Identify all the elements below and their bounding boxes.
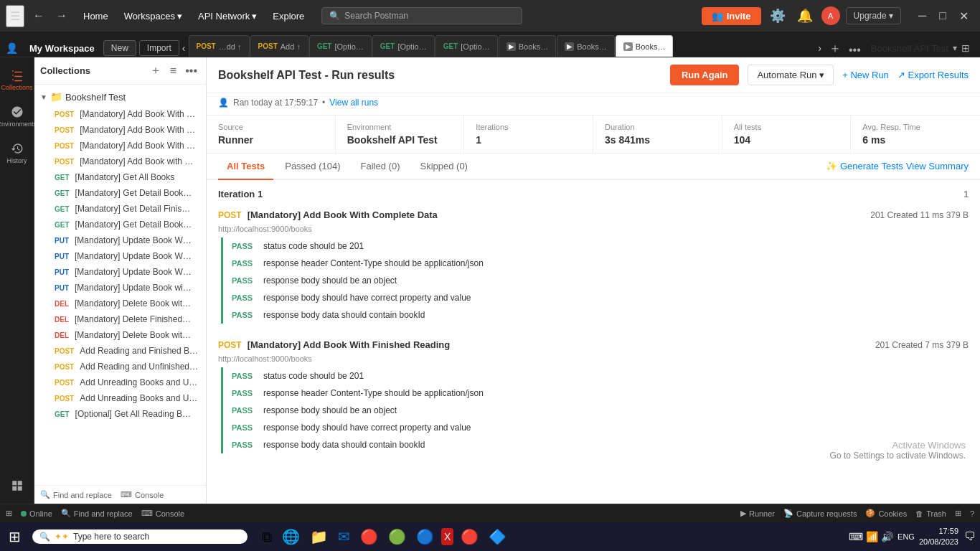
- taskbar-app-edge[interactable]: 🌐: [279, 525, 303, 548]
- export-results-button[interactable]: ↗ Export Results: [897, 70, 969, 80]
- view-summary-button[interactable]: View Summary: [906, 161, 969, 171]
- taskbar-app-app3[interactable]: X: [441, 528, 453, 545]
- automate-run-button[interactable]: Automate Run ▾: [748, 65, 834, 85]
- more-collection-button[interactable]: •••: [182, 63, 200, 79]
- taskbar-search[interactable]: 🔍 ✦✦ Type here to search: [32, 529, 248, 544]
- tab-1[interactable]: POSTAdd ↑: [250, 35, 308, 57]
- generate-tests-button[interactable]: ✨ Generate Tests: [826, 161, 903, 171]
- environments-label: Environments: [0, 121, 37, 128]
- sidebar-item-environments[interactable]: Environments: [1, 100, 33, 133]
- taskbar-app-app2[interactable]: 🔵: [413, 525, 437, 548]
- status-runner[interactable]: ▶ Runner: [740, 509, 775, 518]
- list-item[interactable]: GET[Mandatory] Get Detail Book…: [34, 217, 206, 232]
- notifications-button[interactable]: 🔔: [794, 5, 816, 27]
- list-item[interactable]: PUT[Mandatory] Update Book wi…: [34, 280, 206, 296]
- sidebar-item-collections[interactable]: Collections: [1, 63, 33, 97]
- status-help[interactable]: ?: [970, 509, 974, 518]
- tab-all-tests[interactable]: All Tests: [218, 154, 273, 180]
- list-item[interactable]: GET[Optional] Get All Reading B…: [34, 406, 206, 422]
- sidebar-item-bottom[interactable]: [1, 474, 33, 498]
- avatar-button[interactable]: A: [821, 6, 840, 25]
- list-item[interactable]: PUT[Mandatory] Update Book W…: [34, 232, 206, 248]
- sort-collection-button[interactable]: ≡: [167, 63, 179, 79]
- tab-failed[interactable]: Failed (0): [352, 154, 409, 180]
- test-row: PASSresponse body data should contain bo…: [232, 436, 969, 453]
- nav-forward-button[interactable]: →: [52, 8, 72, 24]
- list-item[interactable]: POSTAdd Reading and Unfinished…: [34, 359, 206, 375]
- tab-skipped[interactable]: Skipped (0): [411, 154, 476, 180]
- close-button[interactable]: ✕: [953, 6, 974, 26]
- workspaces-link[interactable]: Workspaces ▾: [117, 8, 189, 24]
- tab-7-active[interactable]: ▶Books…: [616, 35, 674, 57]
- tab-0[interactable]: POST…dd ↑: [189, 35, 250, 57]
- taskbar-app-vscode[interactable]: 🔷: [486, 525, 509, 548]
- list-item[interactable]: GET[Mandatory] Get Detail Finis…: [34, 201, 206, 217]
- taskbar-app-explorer[interactable]: 📁: [307, 525, 331, 548]
- list-item[interactable]: DEL[Mandatory] Delete Book wit…: [34, 327, 206, 343]
- taskbar-app-app1[interactable]: 🟢: [385, 525, 409, 548]
- list-item[interactable]: DEL[Mandatory] Delete Finished…: [34, 311, 206, 327]
- add-collection-button[interactable]: ＋: [147, 62, 164, 80]
- invite-button[interactable]: 👥 Invite: [702, 7, 761, 25]
- list-item[interactable]: POST[Mandatory] Add Book With …: [34, 122, 206, 138]
- list-item[interactable]: PUT[Mandatory] Update Book W…: [34, 248, 206, 264]
- home-link[interactable]: Home: [76, 8, 116, 24]
- list-item[interactable]: POST[Mandatory] Add Book with …: [34, 154, 206, 169]
- status-console[interactable]: ⌨ Console: [141, 509, 184, 518]
- results-body[interactable]: Iteration 1 1 POST [Mandatory] Add Book …: [207, 180, 980, 504]
- status-cookies[interactable]: 🍪 Cookies: [865, 509, 907, 518]
- list-item[interactable]: POSTAdd Unreading Books and U…: [34, 375, 206, 390]
- active-tab-dropdown-button[interactable]: ▾: [953, 43, 957, 53]
- new-run-button[interactable]: + New Run: [842, 70, 889, 80]
- taskbar-app-app4[interactable]: 🔴: [458, 525, 481, 548]
- list-item[interactable]: DEL[Mandatory] Delete Book wit…: [34, 296, 206, 311]
- minimize-button[interactable]: ─: [913, 6, 932, 26]
- list-item[interactable]: POSTAdd Unreading Books and U…: [34, 390, 206, 406]
- find-replace-item[interactable]: 🔍 Find and replace: [40, 490, 112, 499]
- new-button[interactable]: New: [103, 40, 136, 56]
- explore-link[interactable]: Explore: [265, 8, 311, 24]
- add-tab-button[interactable]: ＋: [824, 39, 846, 57]
- taskbar-app-taskview[interactable]: ⧉: [259, 526, 275, 548]
- tab-scroll-left[interactable]: ‹: [179, 39, 189, 57]
- list-item[interactable]: GET[Mandatory] Get Detail Book…: [34, 185, 206, 201]
- list-item[interactable]: POST[Mandatory] Add Book With …: [34, 106, 206, 122]
- settings-icon-button[interactable]: ⚙️: [767, 5, 788, 27]
- list-item[interactable]: POST[Mandatory] Add Book With …: [34, 138, 206, 154]
- list-item[interactable]: POSTAdd Reading and Finished B…: [34, 343, 206, 359]
- search-bar[interactable]: 🔍 Search Postman: [321, 7, 522, 24]
- status-trash[interactable]: 🗑 Trash: [915, 509, 946, 518]
- status-capture[interactable]: 📡 Capture requests: [783, 509, 857, 518]
- run-again-button[interactable]: Run Again: [670, 65, 740, 85]
- start-button[interactable]: ⊞: [3, 525, 27, 548]
- api-network-link[interactable]: API Network ▾: [191, 8, 264, 24]
- more-tabs-button[interactable]: •••: [846, 44, 864, 57]
- active-tab-grid-button[interactable]: ⊞: [961, 42, 970, 54]
- menu-icon[interactable]: ☰: [6, 5, 24, 27]
- status-layout-icon[interactable]: ⊞: [6, 509, 12, 518]
- tab-5[interactable]: ▶Books…: [499, 35, 557, 57]
- list-item[interactable]: PUT[Mandatory] Update Book W…: [34, 264, 206, 280]
- notification-button[interactable]: 🗨: [963, 529, 977, 545]
- collection-name-row[interactable]: ▼ 📁 Bookshelf Test: [34, 88, 206, 106]
- tab-3[interactable]: GET[Optio…: [372, 35, 435, 57]
- status-layout-right[interactable]: ⊞: [955, 509, 961, 518]
- status-find-replace[interactable]: 🔍 Find and replace: [61, 509, 133, 518]
- upgrade-button[interactable]: Upgrade ▾: [846, 7, 901, 24]
- maximize-button[interactable]: □: [933, 6, 952, 26]
- import-button[interactable]: Import: [139, 40, 179, 56]
- tab-passed[interactable]: Passed (104): [276, 154, 349, 180]
- tab-scroll-right[interactable]: ›: [815, 39, 824, 57]
- tab-6[interactable]: ▶Books…: [557, 35, 615, 57]
- view-all-runs-link[interactable]: View all runs: [329, 98, 378, 108]
- nav-back-button[interactable]: ←: [29, 8, 49, 24]
- sidebar-item-history[interactable]: History: [1, 136, 33, 170]
- console-item[interactable]: ⌨ Console: [121, 490, 164, 499]
- tab-2[interactable]: GET[Optio…: [309, 35, 372, 57]
- list-item[interactable]: GET[Mandatory] Get All Books: [34, 169, 206, 185]
- tab-4[interactable]: GET[Optio…: [435, 35, 498, 57]
- taskbar-app-chrome[interactable]: 🔴: [357, 525, 381, 548]
- taskbar-app-mail[interactable]: ✉: [335, 525, 353, 548]
- status-online[interactable]: Online: [21, 509, 52, 518]
- language-button[interactable]: ENG: [897, 532, 915, 541]
